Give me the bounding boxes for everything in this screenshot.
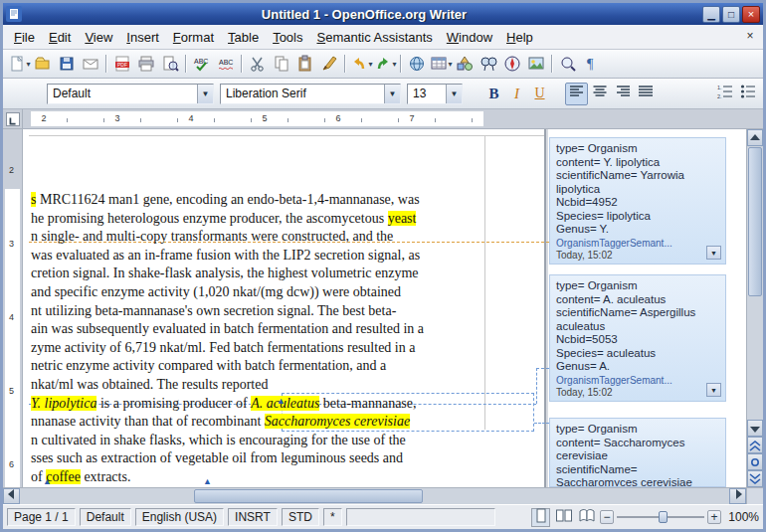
- align-justify-button[interactable]: [634, 83, 657, 105]
- copy-button[interactable]: [270, 53, 293, 76]
- annotation-anchor-icon[interactable]: ▲: [203, 477, 212, 486]
- scroll-left-button[interactable]: [3, 488, 20, 504]
- zoom-in-button[interactable]: +: [707, 510, 721, 524]
- paragraph-style-combo[interactable]: Default ▼: [47, 84, 214, 104]
- nonprinting-characters-button[interactable]: ¶: [580, 53, 604, 76]
- page-indicator[interactable]: Page 1 / 1: [7, 508, 76, 526]
- view-layout-book-button[interactable]: [577, 508, 596, 527]
- next-page-button[interactable]: [747, 470, 763, 487]
- page-preview-button[interactable]: [158, 53, 182, 76]
- align-center-button[interactable]: [588, 83, 611, 105]
- menu-file[interactable]: File: [7, 27, 42, 48]
- annotation-author[interactable]: OrganismTaggerSemant...: [556, 375, 672, 386]
- vertical-scrollbar[interactable]: [746, 129, 763, 487]
- draw-functions-button[interactable]: [453, 53, 477, 76]
- open-button[interactable]: [31, 53, 55, 76]
- titlebar[interactable]: Untitled 1 - OpenOffice.org Writer ▁ □ ×: [3, 3, 763, 25]
- annotated-term[interactable]: Saccharomyces cerevisiae: [265, 414, 410, 429]
- scroll-down-button[interactable]: [747, 420, 763, 437]
- annotated-term[interactable]: Y. lipolytica: [31, 396, 96, 411]
- vertical-ruler[interactable]: 23456: [3, 129, 23, 487]
- align-right-button[interactable]: [611, 83, 634, 105]
- note-menu-button[interactable]: ▼: [706, 246, 721, 260]
- export-pdf-button[interactable]: PDF: [110, 53, 134, 76]
- annotation-author[interactable]: OrganismTaggerSemant...: [556, 238, 672, 249]
- note-menu-button[interactable]: ▼: [706, 383, 721, 397]
- chevron-down-icon[interactable]: ▾: [393, 60, 397, 69]
- menu-format[interactable]: Format: [166, 27, 221, 48]
- zoom-button[interactable]: [556, 53, 580, 76]
- view-layout-single-button[interactable]: [531, 508, 550, 527]
- document-canvas[interactable]: s MRC11624 man1 gene, encoding an endo-b…: [23, 129, 746, 487]
- paste-button[interactable]: [293, 53, 317, 76]
- scroll-right-button[interactable]: [729, 488, 746, 504]
- cut-button[interactable]: [246, 53, 270, 76]
- menu-window[interactable]: Window: [440, 27, 499, 48]
- italic-button[interactable]: I: [505, 83, 528, 105]
- horizontal-ruler[interactable]: 234567: [23, 109, 763, 128]
- annotation-anchor-icon[interactable]: ▲: [43, 477, 52, 486]
- maximize-button[interactable]: □: [722, 6, 740, 23]
- chevron-down-icon[interactable]: ▼: [446, 85, 462, 103]
- text-run: zyme activity of 6,719 nkat/ml. Fed batc…: [31, 340, 415, 355]
- menu-edit[interactable]: Edit: [42, 27, 78, 48]
- bullets-button[interactable]: [736, 83, 759, 105]
- menu-table[interactable]: Table: [221, 27, 266, 48]
- annotation-note[interactable]: type= Organism content= A. aculeatus sci…: [549, 274, 726, 402]
- tab-stop-selector[interactable]: [3, 109, 23, 128]
- format-paintbrush-button[interactable]: [317, 53, 341, 76]
- font-name-combo[interactable]: Liberation Serif ▼: [220, 84, 401, 104]
- menu-semantic-assistants[interactable]: Semantic Assistants: [309, 27, 439, 48]
- horizontal-scrollbar[interactable]: [3, 488, 746, 504]
- language-indicator[interactable]: English (USA): [135, 508, 224, 526]
- horizontal-scroll-thumb[interactable]: [194, 489, 423, 503]
- minimize-button[interactable]: ▁: [702, 6, 720, 23]
- menu-view[interactable]: View: [78, 27, 119, 48]
- bold-button[interactable]: B: [482, 83, 505, 105]
- annotation-anchor-icon[interactable]: ▲: [277, 397, 286, 406]
- annotation-note[interactable]: type= Organism content= Saccharomyces ce…: [549, 418, 726, 487]
- auto-spellcheck-button[interactable]: ABC: [214, 53, 238, 76]
- chevron-down-icon[interactable]: ▾: [369, 60, 373, 69]
- document-as-email-button[interactable]: [79, 53, 102, 76]
- menu-insert[interactable]: Insert: [119, 27, 166, 48]
- redo-button[interactable]: ▾: [373, 53, 397, 76]
- insert-table-button[interactable]: ▾: [429, 53, 453, 76]
- numbering-button[interactable]: 1.2.: [713, 83, 736, 105]
- undo-button[interactable]: ▾: [349, 53, 373, 76]
- zoom-slider[interactable]: [617, 510, 704, 524]
- save-button[interactable]: [55, 53, 79, 76]
- zoom-out-button[interactable]: −: [600, 510, 614, 524]
- align-left-button[interactable]: [565, 83, 588, 105]
- vertical-scroll-thumb[interactable]: [748, 147, 762, 296]
- insert-mode-indicator[interactable]: INSRT: [228, 508, 278, 526]
- menu-help[interactable]: Help: [499, 27, 540, 48]
- view-layout-columns-button[interactable]: [554, 508, 573, 527]
- export-pdf-icon: PDF: [113, 55, 131, 73]
- navigator-button[interactable]: [500, 53, 524, 76]
- close-button[interactable]: ×: [742, 6, 760, 23]
- spelling-button[interactable]: ABC: [190, 53, 214, 76]
- new-document-button[interactable]: ▾: [7, 53, 31, 76]
- underline-button[interactable]: U: [528, 83, 551, 105]
- zoom-percent[interactable]: 100%: [725, 510, 759, 524]
- navigation-toggle-button[interactable]: [747, 453, 763, 470]
- gallery-button[interactable]: [524, 53, 548, 76]
- zoom-slider-thumb[interactable]: [659, 511, 668, 523]
- find-replace-button[interactable]: [477, 53, 500, 76]
- chevron-down-icon[interactable]: ▾: [449, 60, 453, 69]
- chevron-down-icon[interactable]: ▾: [27, 60, 31, 69]
- selection-mode-indicator[interactable]: STD: [282, 508, 319, 526]
- chevron-down-icon[interactable]: ▼: [384, 85, 400, 103]
- chevron-down-icon[interactable]: ▼: [197, 85, 213, 103]
- annotation-note[interactable]: type= Organism content= Y. lipolytica sc…: [549, 137, 726, 265]
- annotated-term[interactable]: yeast: [388, 211, 417, 226]
- close-document-button[interactable]: ×: [742, 29, 758, 45]
- scroll-up-button[interactable]: [747, 129, 763, 146]
- previous-page-button[interactable]: [747, 437, 763, 453]
- print-button[interactable]: [134, 53, 158, 76]
- hyperlink-button[interactable]: [405, 53, 429, 76]
- page-style-indicator[interactable]: Default: [80, 508, 131, 526]
- font-size-combo[interactable]: 13 ▼: [407, 84, 463, 104]
- menu-tools[interactable]: Tools: [266, 27, 309, 48]
